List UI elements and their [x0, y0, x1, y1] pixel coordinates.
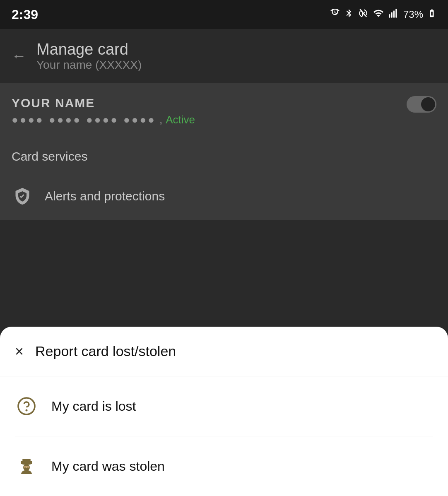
- card-status-separator: ,: [159, 113, 162, 126]
- back-button[interactable]: ←: [12, 48, 26, 63]
- sheet-header: × Report card lost/stolen: [0, 327, 448, 376]
- card-name: YOUR NAME: [12, 96, 195, 110]
- page-header: ← Manage card Your name (XXXXX): [0, 29, 448, 83]
- battery-text: 73%: [403, 9, 423, 20]
- close-button[interactable]: ×: [15, 344, 24, 359]
- shield-icon: [12, 185, 33, 207]
- svg-point-12: [27, 467, 29, 468]
- bottom-sheet: × Report card lost/stolen My card is los…: [0, 327, 448, 496]
- status-bar: 2:39 73%: [0, 0, 448, 29]
- toggle-track: [407, 96, 436, 113]
- battery-icon: [427, 8, 436, 21]
- signal-icon: [388, 8, 399, 21]
- card-info: YOUR NAME ●●●● ●●●● ●●●● ●●●● , Active: [12, 96, 195, 126]
- alerts-protections-item[interactable]: Alerts and protections: [12, 172, 436, 220]
- svg-point-4: [18, 398, 35, 414]
- card-number-dots: ●●●● ●●●● ●●●● ●●●●: [12, 113, 156, 126]
- bluetooth-icon: [344, 8, 354, 21]
- status-icons: 73%: [330, 8, 436, 21]
- card-lost-label: My card is lost: [51, 399, 136, 414]
- card-toggle[interactable]: [407, 96, 436, 113]
- card-services-section: Card services Alerts and protections: [0, 136, 448, 220]
- question-circle-icon: [15, 395, 38, 418]
- sheet-body: My card is lost: [0, 376, 448, 496]
- card-stolen-label: My card was stolen: [51, 459, 165, 474]
- svg-rect-10: [24, 466, 29, 468]
- toggle-thumb: [421, 97, 435, 111]
- card-lost-option[interactable]: My card is lost: [15, 376, 433, 436]
- svg-point-11: [24, 467, 26, 468]
- header-text: Manage card Your name (XXXXX): [36, 41, 142, 72]
- status-time: 2:39: [12, 7, 38, 22]
- svg-rect-7: [21, 461, 32, 464]
- services-title: Card services: [12, 149, 436, 164]
- alerts-protections-label: Alerts and protections: [45, 189, 165, 203]
- card-stolen-option[interactable]: My card was stolen: [15, 436, 433, 496]
- card-row: YOUR NAME ●●●● ●●●● ●●●● ●●●● , Active: [12, 96, 436, 126]
- card-section: YOUR NAME ●●●● ●●●● ●●●● ●●●● , Active: [0, 83, 448, 136]
- thief-icon: [15, 455, 38, 478]
- sheet-title: Report card lost/stolen: [35, 343, 176, 359]
- wifi-icon: [373, 8, 384, 21]
- alarm-icon: [330, 8, 340, 21]
- mute-icon: [358, 8, 369, 21]
- svg-rect-1: [391, 12, 392, 18]
- card-status: Active: [166, 113, 195, 126]
- page-subtitle: Your name (XXXXX): [36, 58, 142, 72]
- svg-rect-2: [393, 11, 395, 18]
- page-title: Manage card: [36, 41, 142, 58]
- svg-rect-8: [22, 459, 31, 461]
- svg-rect-3: [395, 9, 397, 18]
- card-number-row: ●●●● ●●●● ●●●● ●●●● , Active: [12, 113, 195, 126]
- svg-rect-0: [389, 14, 390, 18]
